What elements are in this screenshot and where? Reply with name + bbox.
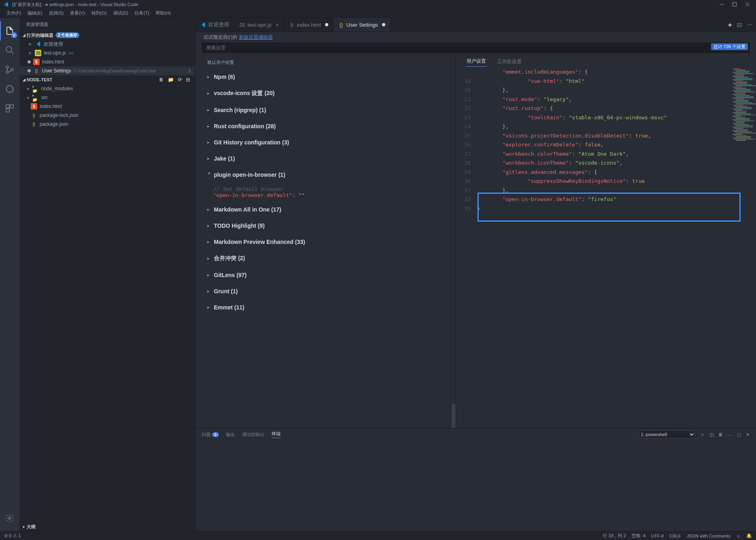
menu-item[interactable]: 转到(G) (88, 9, 110, 17)
code-line[interactable]: }, (477, 186, 756, 195)
split-icon[interactable]: ▯▯ (737, 22, 742, 28)
settings-section-header[interactable]: ▸Jake (1) (207, 150, 452, 167)
settings-section-header[interactable]: ▸Rust configuration (28) (207, 118, 452, 134)
close-editor-icon[interactable]: × (27, 50, 32, 56)
encoding-status[interactable]: UTF-8 (651, 534, 664, 538)
code-line[interactable]: "vsicons.projectDetection.disableDetect"… (477, 131, 756, 141)
code-line[interactable]: }, (477, 122, 756, 131)
code-line[interactable]: "open-in-browser.default": "firefox" (477, 195, 756, 204)
kill-terminal-icon[interactable]: 🗑 (718, 432, 723, 437)
editor-tab[interactable]: 5index.html (284, 18, 334, 32)
editor-tab[interactable]: {}User Settings (334, 18, 391, 32)
settings-section-header[interactable]: ▸Npm (6) (207, 69, 452, 85)
maximize-button[interactable] (732, 2, 737, 7)
notifications-icon[interactable]: 🔔 (746, 533, 752, 538)
settings-gear-icon[interactable] (0, 508, 19, 528)
search-icon[interactable] (0, 40, 19, 60)
settings-search-input[interactable] (202, 42, 750, 53)
settings-section-header[interactable]: ▸GitLens (97) (207, 267, 452, 283)
scrollbar-thumb[interactable] (452, 404, 456, 428)
menu-item[interactable]: 任务(T) (131, 9, 152, 17)
open-editor-item[interactable]: {}User SettingsC:\Users\techer\AppData\R… (19, 66, 195, 75)
settings-section-header[interactable]: ▸plugin open-in-browser (1) (207, 167, 452, 183)
language-status[interactable]: JSON with Comments (687, 534, 731, 538)
debug-icon[interactable] (0, 79, 19, 99)
compare-icon[interactable]: ◆ (728, 22, 732, 28)
file-tree-item[interactable]: {}package.json (19, 120, 195, 129)
new-terminal-icon[interactable]: ＋ (700, 432, 705, 438)
new-file-icon[interactable]: 🗎 (159, 77, 164, 83)
output-tab[interactable]: 输出 (226, 432, 235, 438)
warnings-status[interactable]: ⚠ 1 (13, 533, 21, 538)
code-line[interactable]: "vue-html": "html" (477, 77, 756, 86)
user-settings-tab[interactable]: 用户设置 (466, 56, 487, 67)
settings-section-header[interactable]: ▸Git History configuration (3) (207, 134, 452, 150)
refresh-icon[interactable]: ⟳ (178, 77, 182, 83)
code-line[interactable]: "rust.mode": "legacy", (477, 95, 756, 104)
new-folder-icon[interactable]: 📁 (168, 77, 174, 83)
code-line[interactable]: "rust.rustup": { (477, 104, 756, 113)
code-line[interactable]: "emmet.includeLanguages": { (477, 68, 756, 77)
problems-tab[interactable]: 问题 1 (202, 432, 219, 438)
terminal-tab[interactable]: 终端 (272, 431, 281, 438)
file-tree-item[interactable]: ▸▸📁src (19, 93, 195, 102)
editor-tab[interactable]: JStest-opn.js× (234, 18, 284, 32)
more-icon[interactable]: ⋯ (747, 22, 752, 28)
close-button[interactable] (745, 2, 750, 7)
eol-status[interactable]: CRLF (669, 534, 681, 538)
spaces-status[interactable]: 空格: 4 (631, 533, 645, 539)
menu-item[interactable]: 编辑(E) (24, 9, 46, 17)
editor-tab[interactable]: 欢迎使用 (195, 18, 234, 32)
settings-section-header[interactable]: ▸Search (ripgrep) (1) (207, 102, 452, 118)
source-control-icon[interactable] (0, 60, 19, 79)
setting-entry[interactable]: "open-in-browser.default": "" (213, 192, 452, 198)
terminal-select[interactable]: 1: powershell (639, 430, 695, 438)
code-line[interactable]: }, (477, 86, 756, 95)
minimize-button[interactable] (719, 2, 724, 7)
settings-section-header[interactable]: ▸vscode-icons 设置 (20) (207, 85, 452, 102)
workspace-settings-tab[interactable]: 工作区设置 (496, 57, 522, 67)
maximize-panel-icon[interactable]: ▢ (737, 432, 741, 437)
settings-json-editor[interactable]: 182021222324252627282930313233 "emmet.in… (456, 67, 756, 428)
extensions-icon[interactable] (0, 99, 19, 118)
collapse-icon[interactable]: ⊟ (186, 77, 190, 83)
settings-section-header[interactable]: ▸Markdown Preview Enhanced (33) (207, 234, 452, 250)
debug-console-tab[interactable]: 调试控制台 (242, 432, 264, 438)
code-line[interactable]: } (477, 204, 756, 214)
outline-header[interactable]: ▸ 大纲 (19, 522, 195, 531)
close-tab-icon[interactable]: × (276, 22, 279, 28)
errors-status[interactable]: ⊘ 0 (4, 533, 11, 538)
open-editors-header[interactable]: ◢ 打开的编辑器 2 个未保存 (19, 31, 195, 40)
menu-item[interactable]: 调试(D) (110, 9, 131, 17)
split-terminal-icon[interactable]: ◫ (710, 432, 714, 437)
close-editor-icon[interactable]: × (27, 41, 32, 47)
new-settings-editor-link[interactable]: 新版设置编辑器 (239, 34, 273, 41)
settings-section-header[interactable]: ▸TODO Highlight (9) (207, 218, 452, 234)
file-tree-item[interactable]: {}package-lock.json (19, 111, 195, 120)
settings-section-header[interactable]: ▸合并冲突 (2) (207, 250, 452, 267)
settings-section-header[interactable]: ▸Grunt (1) (207, 283, 452, 299)
menu-item[interactable]: 查看(V) (67, 9, 88, 17)
menu-item[interactable]: 帮助(H) (152, 9, 174, 17)
line-column-status[interactable]: 行 33，列 2 (603, 533, 626, 539)
panel-up-icon[interactable]: ︿ (728, 432, 732, 438)
code-line[interactable]: "suppressShowKeyBindingsNotice": true (477, 177, 756, 186)
open-editor-item[interactable]: 5index.html (19, 57, 195, 66)
feedback-icon[interactable]: ☺ (736, 534, 741, 538)
code-line[interactable]: "toolchain": "stable-x86_64-pc-windows-m… (477, 113, 756, 123)
open-editor-item[interactable]: ×JStest-opn.jssrc (19, 49, 195, 57)
settings-section-header[interactable]: ▸Emmet (11) (207, 299, 452, 316)
code-line[interactable]: "workbench.colorTheme": "Atom One Dark", (477, 150, 756, 159)
explorer-icon[interactable]: 2 (0, 21, 19, 40)
code-line[interactable]: "workbench.iconTheme": "vscode-icons", (477, 159, 756, 168)
file-tree-item[interactable]: ▸▸📁node_modules (19, 84, 195, 93)
code-line[interactable]: "explorer.confirmDelete": false, (477, 140, 756, 150)
menu-item[interactable]: 选择(S) (46, 9, 67, 17)
close-panel-icon[interactable]: ✕ (746, 432, 750, 437)
settings-section-header[interactable]: ▸Markdown All in One (17) (207, 201, 452, 218)
open-editor-item[interactable]: ×欢迎使用 (19, 40, 195, 49)
minimap[interactable] (733, 68, 755, 149)
menu-item[interactable]: 文件(F) (3, 9, 24, 17)
code-line[interactable]: "gitlens.advanced.messages": { (477, 168, 756, 177)
file-tree-item[interactable]: 5index.html (19, 102, 195, 111)
